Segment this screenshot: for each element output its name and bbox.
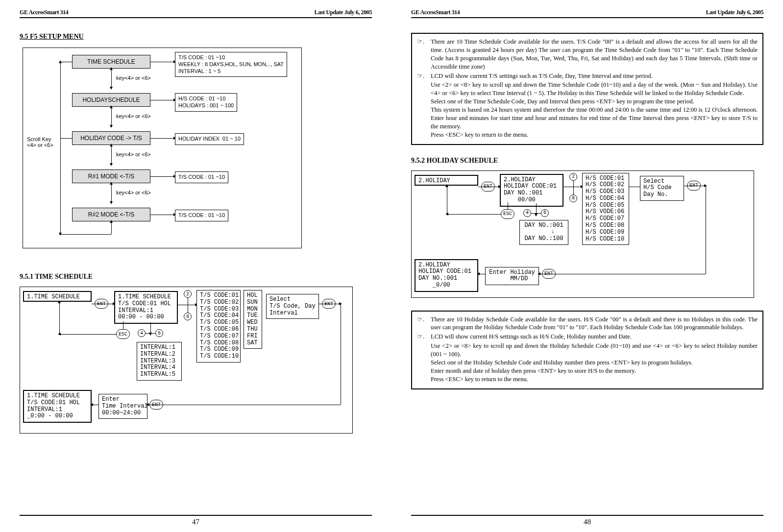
- hs-note-3: Use <2> or <8> key to scroll up and down…: [417, 342, 758, 359]
- select-box: Select T/S Code, Day Interval: [266, 294, 319, 319]
- edit-in: [92, 405, 98, 405]
- holiday-schedule-diagram: 2.HOLIDAY ENT 2.HOLIDAY HOLIDAY CODE:01 …: [411, 170, 754, 298]
- key-2: 2: [184, 290, 192, 298]
- key-label-4: key<4> or <6>: [116, 190, 151, 195]
- ts-code-list: T/S CODE:01 T/S CODE:02 T/S CODE:03 T/S …: [196, 290, 241, 363]
- key-4: 4: [138, 329, 146, 337]
- hs-route-v: [706, 186, 706, 274]
- hs-note-4: Select one of the Holiday Schedule Code …: [417, 359, 758, 367]
- section-952-title: 9.5.2 HOLIDAY SCHEDULE: [411, 157, 763, 165]
- hs-note-5: Enter month and date of holiday then pre…: [417, 367, 758, 375]
- k28-out: [178, 305, 196, 305]
- ts-conn: [150, 62, 175, 62]
- r2-right-box: T/S CODE : 01 ~10: [175, 210, 228, 221]
- page-number-48: 48: [584, 518, 591, 526]
- key-label-1: key<4> or <6>: [116, 75, 151, 81]
- hs-note-2-text: LCD will show current H/S settings such …: [431, 333, 758, 341]
- hi-conn: [150, 138, 175, 139]
- ts-screen-a: 1.TIME SCHEDULE: [23, 291, 92, 302]
- hs-select-box: Select H/S Code Day No.: [640, 176, 684, 201]
- header-update: Last Update July 6, 2005: [315, 9, 372, 16]
- interval-list: INTERVAL:1 INTERVAL:2 INTERVAL:3 INTERVA…: [137, 342, 182, 381]
- hs-l1: [478, 187, 500, 187]
- hs-enter-in: [539, 274, 561, 274]
- r1-right-box: T/S CODE : 01 ~10: [175, 171, 228, 183]
- ts-l1: [92, 304, 114, 304]
- hs-key-4: 4: [523, 209, 531, 217]
- hs-edit-in: [478, 274, 485, 274]
- c5b: [111, 221, 112, 234]
- page-header-right: GE AccessSmart 314 Last Update July 6, 2…: [411, 9, 763, 18]
- r1-conn: [150, 176, 175, 177]
- hs-esc: ESC: [501, 209, 514, 219]
- ts-right-box: T/S CODE : 01 ~10 WEEKLY : 8 DAYS,HOL, S…: [175, 52, 287, 77]
- esc-badge-1: ESC: [116, 329, 130, 339]
- route-h: [169, 405, 341, 405]
- header-product: GE AccessSmart 314: [20, 9, 68, 16]
- ts-note-4: Select one of the Time Schedule Code, Da…: [417, 97, 758, 106]
- hs-right-box: H/S CODE : 01 ~10 HOLIDAYS : 001 ~ 100: [175, 93, 237, 112]
- k28-line: [188, 298, 188, 313]
- esc-up: [59, 302, 60, 334]
- hs-key-2: 2: [569, 173, 577, 181]
- page-header: GE AccessSmart 314 Last Update July 6, 2…: [20, 9, 372, 18]
- hs-screen-b: 2.HOLIDAY HOLIDAY CODE:01 DAY NO.:001 00…: [500, 174, 563, 207]
- ts-note-2-text: LCD will show current T/S settings such …: [431, 72, 758, 80]
- hs-dayno-box: DAY NO.:001 ↓ DAY NO.:100: [519, 220, 568, 245]
- hs-k46d: [536, 203, 537, 215]
- tip-icon: ☞.: [417, 72, 431, 80]
- hs-note-1-text: There are 10 Holiday Schedule Code avail…: [431, 315, 758, 332]
- hs-conn: [150, 100, 175, 100]
- section-95-title: 9.5 F5 SETUP MENU: [20, 33, 372, 41]
- hs-note-6: Press <ESC> key to return to the menu.: [417, 375, 758, 384]
- page-number-47: 47: [192, 518, 199, 526]
- hs-esc-v: [508, 202, 508, 209]
- v23b: [111, 107, 112, 126]
- hs-notes-box: ☞. There are 10 Holiday Schedule Code av…: [411, 311, 763, 389]
- c3: [60, 138, 72, 139]
- sel-out: [319, 304, 341, 304]
- c1: [60, 62, 72, 62]
- ts-note-1: ☞. There are 10 Time Schedule Code avail…: [417, 38, 758, 71]
- ts-edit-screen: 1.TIME SCHEDULE T/S CODE:01 HOL INTERVAL…: [23, 390, 92, 423]
- tip-icon: ☞.: [417, 38, 431, 71]
- hs-esc-h: [447, 214, 501, 215]
- v34b: [111, 145, 112, 165]
- ts-note-6: Press <ESC> key to return to the menu.: [417, 131, 758, 139]
- page-footer-right: 48: [411, 515, 763, 526]
- hs-code-list: H/S CODE:01 H/S CODE:02 H/S CODE:03 H/S …: [582, 173, 629, 245]
- enter-interval-box: Enter Time Interval 00:00~24:00: [98, 394, 147, 419]
- ts-notes-box: ☞. There are 10 Time Schedule Code avail…: [411, 33, 763, 145]
- key-8: 8: [184, 313, 192, 320]
- v12b: [111, 69, 112, 88]
- esc-v: [123, 321, 123, 329]
- hi-right-box: HOLIDAY INDEX 01 ~ 10: [175, 133, 244, 145]
- hs-sel-in: [629, 187, 640, 187]
- hs-edit-screen: 2.HOLIDAY HOLIDAY CODE:01 DAY NO.:001 _0…: [415, 259, 478, 292]
- esc-h: [59, 334, 116, 335]
- hs-note-2: ☞. LCD will show current H/S settings su…: [417, 333, 758, 341]
- hs-key-6: 6: [541, 209, 549, 217]
- ts-note-2: ☞. LCD will show current T/S settings su…: [417, 72, 758, 80]
- key-label-2: key<4> or <6>: [116, 113, 151, 119]
- route-v: [341, 304, 341, 405]
- header-product-r: GE AccessSmart 314: [411, 9, 460, 16]
- hs-k28: [573, 181, 574, 194]
- k46-down: [150, 322, 151, 334]
- section-951-title: 9.5.1 TIME SCHEDULE: [20, 273, 372, 281]
- ts-screen-b: 1.TIME SCHEDULE T/S CODE:01 HOL INTERVAL…: [114, 291, 178, 324]
- days-list: HOL SUN MON TUE WED THU FRI SAT: [244, 290, 262, 349]
- hs-key-8: 8: [569, 194, 577, 202]
- ts-note-1-text: There are 10 Time Schedule Code availabl…: [431, 38, 758, 71]
- v45b: [111, 183, 112, 203]
- key-label-3: key<4> or <6>: [116, 151, 151, 157]
- hs-enter-box: Enter Holiday MM/DD: [485, 267, 539, 286]
- hs-k28-out: [563, 187, 582, 187]
- r2-conn: [150, 215, 175, 215]
- hs-note-1: ☞. There are 10 Holiday Schedule Code av…: [417, 315, 758, 332]
- header-update-r: Last Update July 6, 2005: [706, 9, 763, 16]
- tip-icon: ☞.: [417, 333, 431, 341]
- hs-esc-up: [447, 186, 447, 214]
- time-schedule-diagram: 1.TIME SCHEDULE ENT 1.TIME SCHEDULE T/S …: [20, 287, 353, 434]
- page-47: GE AccessSmart 314 Last Update July 6, 2…: [0, 0, 392, 532]
